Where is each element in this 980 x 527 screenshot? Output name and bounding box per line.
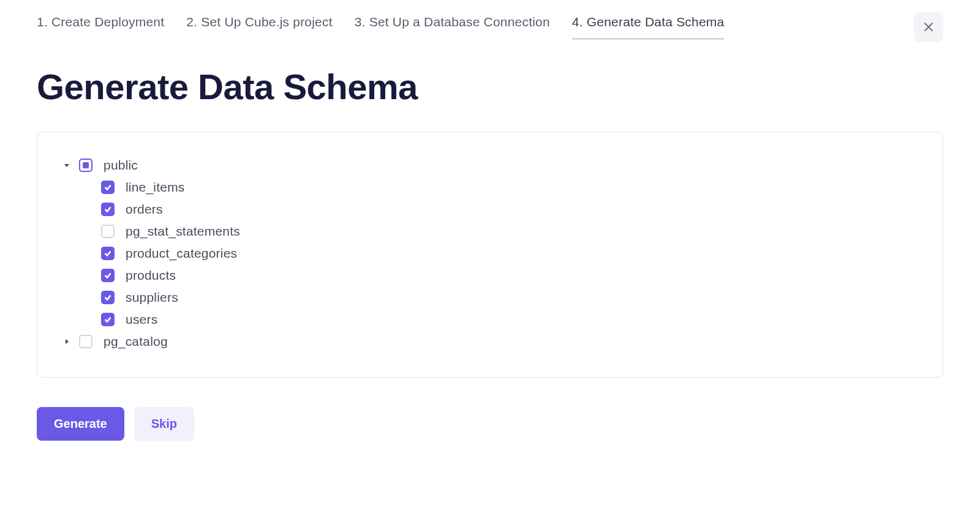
schema-row-public[interactable]: public <box>62 154 918 176</box>
indeterminate-mark-icon <box>83 162 89 168</box>
checkbox-table-suppliers[interactable] <box>101 291 115 304</box>
table-row-orders[interactable]: orders <box>62 198 918 220</box>
caret-right-icon[interactable] <box>62 337 72 346</box>
table-label: products <box>126 268 176 283</box>
generate-button[interactable]: Generate <box>37 407 124 441</box>
checkbox-table-product-categories[interactable] <box>101 247 115 260</box>
table-label: orders <box>126 202 163 217</box>
table-row-pg-stat-statements[interactable]: pg_stat_statements <box>62 220 918 242</box>
check-icon <box>104 205 112 214</box>
check-icon <box>104 293 112 302</box>
checkbox-table-orders[interactable] <box>101 203 115 216</box>
close-icon <box>923 21 934 32</box>
skip-button[interactable]: Skip <box>134 407 194 441</box>
check-icon <box>104 315 112 324</box>
check-icon <box>104 249 112 258</box>
table-row-users[interactable]: users <box>62 308 918 331</box>
checkbox-table-users[interactable] <box>101 313 115 326</box>
step-generate-schema[interactable]: 4. Generate Data Schema <box>572 15 725 39</box>
table-label: pg_stat_statements <box>126 224 240 239</box>
checkbox-table-products[interactable] <box>101 269 115 282</box>
table-row-product-categories[interactable]: product_categories <box>62 242 918 264</box>
wizard-topbar: 1. Create Deployment 2. Set Up Cube.js p… <box>37 12 943 42</box>
checkbox-schema-pg-catalog[interactable] <box>79 335 92 348</box>
check-icon <box>104 183 112 192</box>
close-button[interactable] <box>914 12 943 42</box>
table-label: users <box>126 312 157 327</box>
checkbox-table-line-items[interactable] <box>101 181 115 194</box>
svg-marker-2 <box>64 164 69 167</box>
table-row-suppliers[interactable]: suppliers <box>62 286 918 308</box>
step-setup-database[interactable]: 3. Set Up a Database Connection <box>355 15 550 39</box>
table-label: suppliers <box>126 290 178 305</box>
schema-tree-panel: public line_items orders pg_stat_stateme… <box>37 132 943 378</box>
svg-marker-3 <box>66 339 69 344</box>
schema-row-pg-catalog[interactable]: pg_catalog <box>62 331 918 353</box>
step-setup-cubejs[interactable]: 2. Set Up Cube.js project <box>186 15 332 39</box>
schema-label: pg_catalog <box>104 334 168 349</box>
check-icon <box>104 271 112 280</box>
checkbox-schema-public[interactable] <box>79 159 92 172</box>
table-label: product_categories <box>126 246 237 261</box>
table-row-products[interactable]: products <box>62 264 918 286</box>
action-bar: Generate Skip <box>37 407 943 441</box>
table-row-line-items[interactable]: line_items <box>62 176 918 198</box>
schema-label: public <box>104 158 138 173</box>
caret-down-icon[interactable] <box>62 160 72 170</box>
step-create-deployment[interactable]: 1. Create Deployment <box>37 15 164 39</box>
table-label: line_items <box>126 180 185 195</box>
checkbox-table-pg-stat-statements[interactable] <box>101 225 115 238</box>
page-title: Generate Data Schema <box>37 66 943 107</box>
wizard-steps: 1. Create Deployment 2. Set Up Cube.js p… <box>37 15 724 39</box>
